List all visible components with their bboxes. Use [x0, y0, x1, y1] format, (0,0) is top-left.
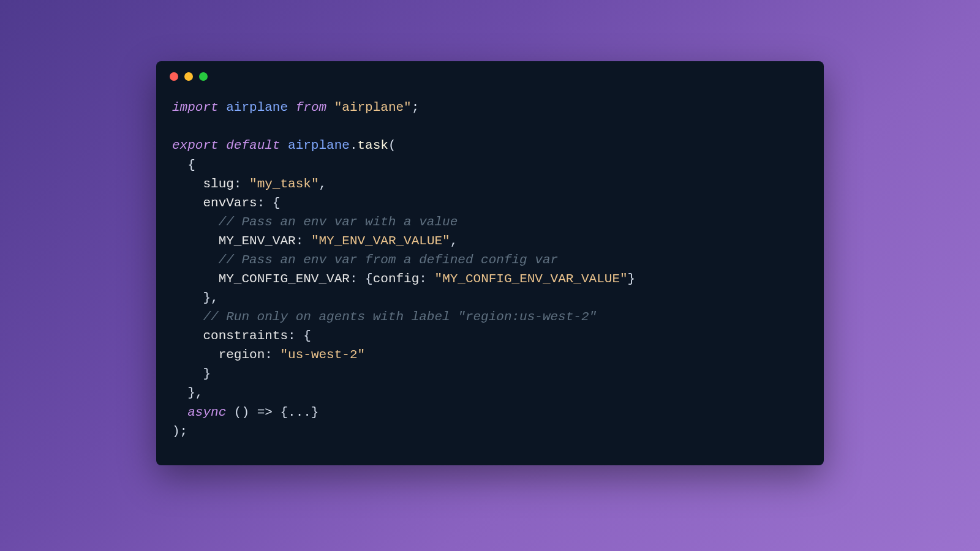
punctuation: { — [172, 158, 195, 172]
keyword-from: from — [296, 100, 326, 114]
property-key: envVars — [203, 196, 257, 210]
code-comment: // Pass an env var with a value — [172, 215, 458, 229]
string-literal: "us-west-2" — [280, 348, 365, 362]
code-editor-window: import airplane from "airplane"; export … — [156, 61, 824, 465]
identifier: airplane — [226, 100, 288, 114]
punctuation: : — [419, 272, 434, 286]
indent — [172, 272, 219, 286]
string-literal: "airplane" — [334, 100, 412, 114]
property-key: region — [219, 348, 265, 362]
indent — [172, 196, 203, 210]
window-titlebar — [156, 61, 824, 87]
property-key: slug — [203, 177, 233, 191]
punctuation: : — [265, 348, 280, 362]
identifier: airplane — [288, 138, 350, 152]
close-icon[interactable] — [170, 72, 178, 81]
zoom-icon[interactable] — [199, 72, 208, 81]
keyword-import: import — [172, 100, 219, 114]
punctuation: }, — [172, 291, 219, 305]
property-key: constraints — [203, 329, 288, 343]
punctuation: : { — [350, 272, 373, 286]
string-literal: "MY_ENV_VAR_VALUE" — [311, 234, 450, 248]
method-name: task — [358, 138, 388, 152]
property-key: MY_CONFIG_ENV_VAR — [219, 272, 350, 286]
string-literal: "my_task" — [249, 177, 318, 191]
punctuation: }, — [172, 386, 203, 400]
keyword-default: default — [226, 138, 280, 152]
indent — [172, 234, 219, 248]
arrow-function: () => {...} — [226, 405, 318, 419]
punctuation: , — [450, 234, 458, 248]
property-key: config — [373, 272, 420, 286]
code-comment: // Pass an env var from a defined config… — [172, 253, 558, 267]
code-block: import airplane from "airplane"; export … — [156, 87, 824, 465]
punctuation: : { — [288, 329, 311, 343]
punctuation: ( — [388, 138, 396, 152]
property-key: MY_ENV_VAR — [219, 234, 296, 248]
punctuation: : { — [257, 196, 281, 210]
keyword-async: async — [187, 405, 226, 419]
punctuation: : — [234, 177, 249, 191]
punctuation: , — [318, 177, 326, 191]
punctuation: : — [296, 234, 311, 248]
punctuation: . — [350, 138, 358, 152]
keyword-export: export — [172, 138, 219, 152]
indent — [172, 405, 187, 419]
minimize-icon[interactable] — [184, 72, 193, 81]
indent — [172, 177, 203, 191]
string-literal: "MY_CONFIG_ENV_VAR_VALUE" — [435, 272, 628, 286]
punctuation: ); — [172, 424, 187, 438]
punctuation: ; — [412, 100, 420, 114]
indent — [172, 348, 219, 362]
indent — [172, 329, 203, 343]
punctuation: } — [628, 272, 636, 286]
code-comment: // Run only on agents with label "region… — [172, 310, 597, 324]
punctuation: } — [172, 367, 211, 381]
